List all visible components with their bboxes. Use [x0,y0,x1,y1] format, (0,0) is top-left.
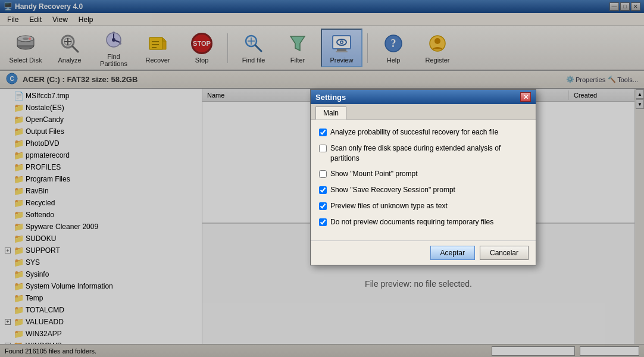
checkbox-label-1[interactable]: Analyze probability of succesful recover… [330,127,498,137]
dialog-close-button[interactable]: ✕ [520,92,531,102]
checkbox-label-4[interactable]: Show "Save Recovery Session" prompt [330,185,455,195]
dialog-content: Analyze probability of succesful recover… [311,120,536,240]
accept-button[interactable]: Aceptar [430,246,475,260]
cancel-button[interactable]: Cancelar [480,246,529,260]
checkbox-row-3: Show "Mount Point" prompt [319,169,527,179]
checkbox-row-2: Scan only free disk space during extende… [319,143,527,164]
checkbox-label-2[interactable]: Scan only free disk space during extende… [330,143,527,164]
checkbox-row-6: Do not preview documents requiring tempo… [319,217,527,227]
checkbox-row-1: Analyze probability of succesful recover… [319,127,527,137]
checkbox-label-5[interactable]: Preview files of unknown type as text [330,201,448,211]
checkbox-scan-free-space[interactable] [319,145,327,152]
checkbox-label-3[interactable]: Show "Mount Point" prompt [330,169,418,179]
checkbox-save-session[interactable] [319,186,327,194]
settings-dialog: Settings ✕ Main Analyze probability of s… [310,89,536,265]
dialog-titlebar: Settings ✕ [311,90,536,104]
checkbox-no-preview-temp[interactable] [319,218,327,226]
checkbox-analyze-probability[interactable] [319,129,327,136]
dialog-overlay: Settings ✕ Main Analyze probability of s… [0,0,644,357]
dialog-title: Settings [315,93,346,102]
dialog-tabs: Main [311,104,536,120]
checkbox-mount-point[interactable] [319,170,327,178]
tab-main[interactable]: Main [315,107,346,120]
checkbox-row-4: Show "Save Recovery Session" prompt [319,185,527,195]
dialog-footer: Aceptar Cancelar [311,240,536,265]
checkbox-preview-unknown[interactable] [319,202,327,210]
checkbox-row-5: Preview files of unknown type as text [319,201,527,211]
checkbox-label-6[interactable]: Do not preview documents requiring tempo… [330,217,493,227]
